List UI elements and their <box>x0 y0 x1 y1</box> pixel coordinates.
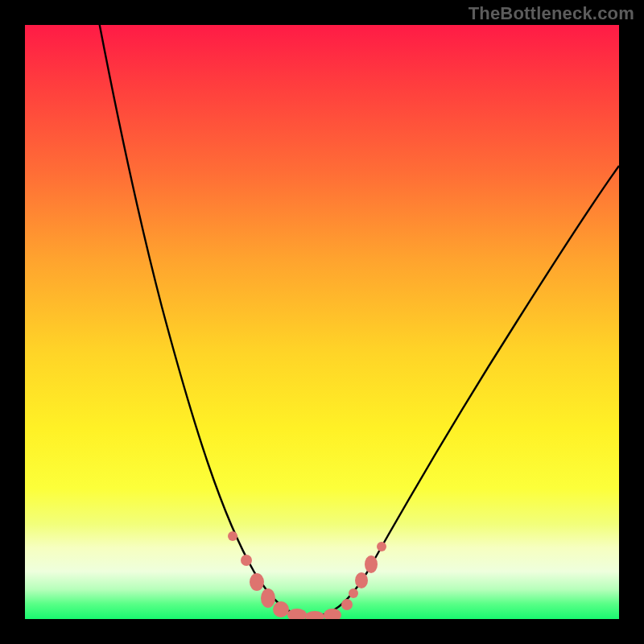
svg-point-9 <box>349 588 358 598</box>
svg-point-2 <box>250 573 264 591</box>
curve-layer <box>25 25 619 619</box>
bottom-markers <box>228 531 386 619</box>
svg-point-4 <box>273 601 289 617</box>
svg-point-0 <box>228 531 237 541</box>
bottleneck-curve <box>73 25 619 617</box>
svg-point-6 <box>305 611 324 619</box>
plot-area <box>25 25 619 619</box>
svg-point-1 <box>241 555 252 566</box>
chart-frame: TheBottleneck.com <box>0 0 644 644</box>
svg-point-3 <box>261 588 275 608</box>
svg-point-7 <box>324 609 341 619</box>
svg-point-10 <box>355 572 368 588</box>
svg-point-8 <box>341 599 353 610</box>
svg-point-11 <box>365 555 378 573</box>
svg-point-12 <box>377 542 386 551</box>
svg-point-5 <box>287 609 307 619</box>
watermark-text: TheBottleneck.com <box>469 3 634 24</box>
